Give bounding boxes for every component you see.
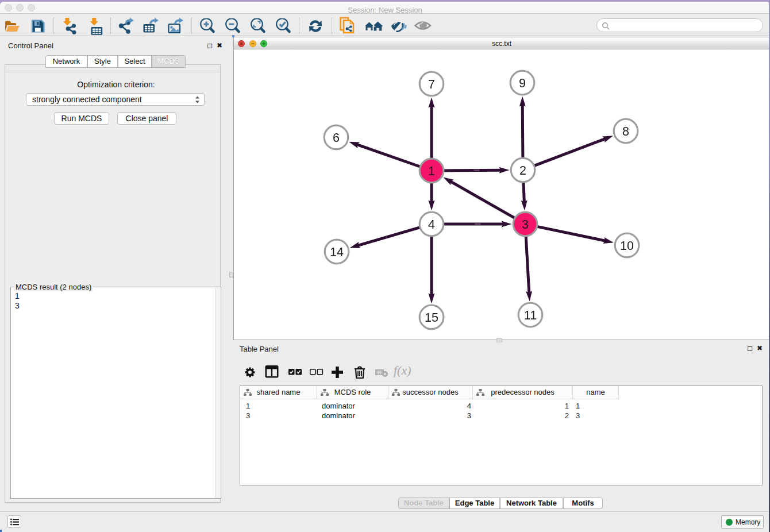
svg-text:2: 2: [519, 164, 526, 178]
svg-text:3: 3: [522, 218, 529, 232]
svg-text:9: 9: [519, 76, 526, 90]
svg-text:14: 14: [330, 245, 344, 259]
svg-text:7: 7: [428, 78, 435, 91]
svg-text:4: 4: [428, 218, 435, 232]
svg-text:6: 6: [333, 131, 340, 145]
svg-text:15: 15: [425, 311, 438, 325]
svg-text:8: 8: [622, 125, 629, 138]
svg-text:10: 10: [620, 239, 634, 253]
svg-text:1: 1: [428, 164, 435, 178]
svg-text:11: 11: [524, 309, 537, 322]
